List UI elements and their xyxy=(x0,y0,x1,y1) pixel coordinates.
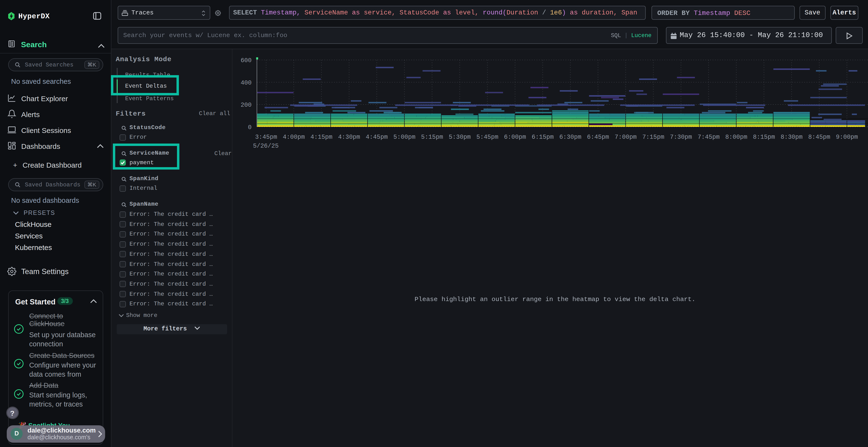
svg-text:7:15pm: 7:15pm xyxy=(642,133,664,140)
svg-text:5:30pm: 5:30pm xyxy=(448,133,470,140)
svg-text:5:45pm: 5:45pm xyxy=(476,133,498,140)
svg-text:7:00pm: 7:00pm xyxy=(614,133,636,140)
svg-text:200: 200 xyxy=(240,101,251,108)
svg-text:9:00pm: 9:00pm xyxy=(836,133,858,140)
svg-text:400: 400 xyxy=(240,79,251,86)
svg-text:0: 0 xyxy=(248,124,251,131)
svg-text:5:00pm: 5:00pm xyxy=(393,133,415,140)
svg-text:8:30pm: 8:30pm xyxy=(780,133,802,140)
svg-text:5:15pm: 5:15pm xyxy=(421,133,443,140)
svg-text:8:00pm: 8:00pm xyxy=(725,133,747,140)
svg-text:6:00pm: 6:00pm xyxy=(504,133,526,140)
svg-text:7:45pm: 7:45pm xyxy=(697,133,719,140)
svg-text:600: 600 xyxy=(240,57,251,64)
svg-text:4:30pm: 4:30pm xyxy=(338,133,360,140)
svg-text:8:15pm: 8:15pm xyxy=(753,133,775,140)
svg-text:6:15pm: 6:15pm xyxy=(531,133,553,140)
svg-text:5/26/25: 5/26/25 xyxy=(253,142,278,149)
svg-text:6:30pm: 6:30pm xyxy=(559,133,581,140)
svg-text:7:30pm: 7:30pm xyxy=(670,133,692,140)
svg-text:4:15pm: 4:15pm xyxy=(310,133,332,140)
svg-text:4:45pm: 4:45pm xyxy=(366,133,388,140)
svg-text:4:00pm: 4:00pm xyxy=(283,133,305,140)
svg-text:6:45pm: 6:45pm xyxy=(587,133,609,140)
svg-text:8:45pm: 8:45pm xyxy=(808,133,830,140)
svg-text:3:45pm: 3:45pm xyxy=(255,133,277,140)
